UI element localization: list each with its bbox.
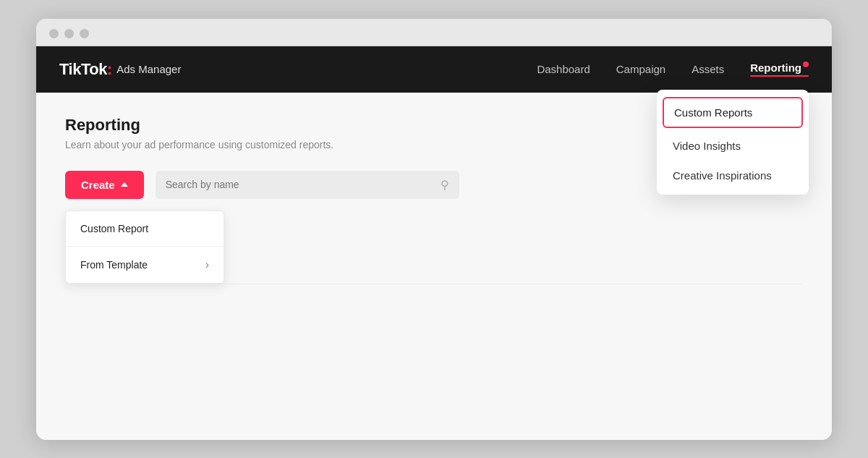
create-button-label: Create: [81, 179, 115, 191]
logo-area: TikTok : Ads Manager: [59, 60, 181, 79]
logo-ads-manager: Ads Manager: [116, 63, 181, 75]
browser-window: TikTok : Ads Manager Dashboard Campaign …: [36, 19, 832, 440]
nav-link-dashboard[interactable]: Dashboard: [537, 60, 590, 78]
create-dropdown-label-custom-report: Custom Report: [80, 223, 148, 234]
nav-links: Dashboard Campaign Assets Reporting: [537, 59, 809, 80]
nav-link-assets[interactable]: Assets: [692, 60, 724, 78]
create-dropdown-item-from-template[interactable]: From Template ›: [66, 247, 224, 283]
browser-chrome: [36, 19, 832, 46]
nav-link-reporting[interactable]: Reporting: [750, 59, 809, 80]
search-icon: ⚲: [441, 178, 449, 192]
nav-link-campaign[interactable]: Campaign: [616, 60, 665, 78]
arrow-right-icon: ›: [205, 258, 209, 271]
create-dropdown: Custom Report From Template ›: [65, 211, 224, 284]
navbar: TikTok : Ads Manager Dashboard Campaign …: [36, 46, 832, 93]
logo-colon: :: [107, 60, 112, 79]
search-box: ⚲: [156, 171, 459, 199]
create-dropdown-label-from-template: From Template: [80, 259, 148, 271]
logo-tiktok: TikTok: [59, 60, 107, 79]
create-button[interactable]: Create: [65, 171, 144, 199]
create-dropdown-item-custom-report[interactable]: Custom Report: [66, 211, 224, 247]
divider-line: [65, 284, 803, 284]
browser-dot-2: [64, 29, 74, 38]
reporting-dot: [803, 62, 809, 67]
browser-dot-1: [49, 29, 59, 38]
browser-dot-3: [80, 29, 89, 38]
dropdown-item-custom-reports[interactable]: Custom Reports: [663, 97, 803, 128]
chevron-up-icon: [121, 182, 128, 187]
search-input[interactable]: [166, 179, 433, 190]
reporting-dropdown: Custom Reports Video Insights Creative I…: [657, 90, 809, 195]
dropdown-item-video-insights[interactable]: Video Insights: [657, 131, 809, 161]
dropdown-item-creative-inspirations[interactable]: Creative Inspirations: [657, 161, 809, 190]
